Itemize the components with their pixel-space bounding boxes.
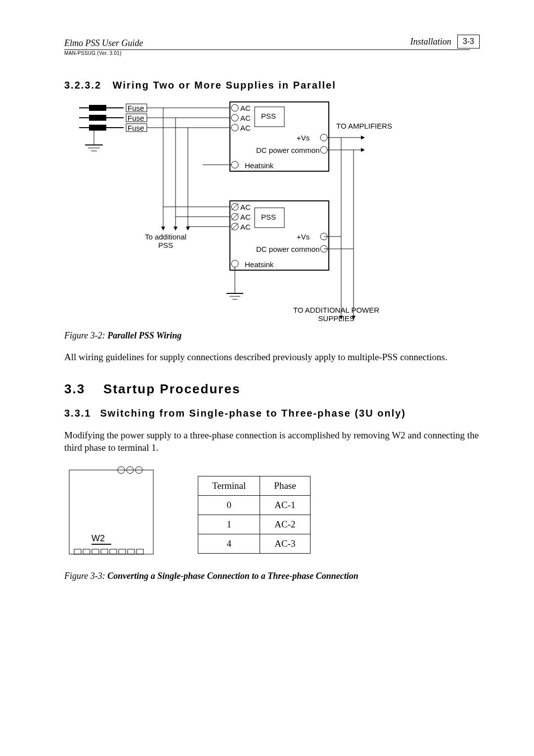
section-3-3-1-heading: 3.3.1 Switching from Single-phase to Thr… xyxy=(64,408,480,419)
section-name: Installation xyxy=(410,37,451,47)
section-number: 3.3 xyxy=(64,381,85,396)
phase-cell: AC-2 xyxy=(260,515,310,534)
svg-rect-66 xyxy=(92,549,99,554)
fuse-label: Fuse xyxy=(128,124,144,132)
figure-3-3-caption: Figure 3-3: Converting a Single-phase Co… xyxy=(64,571,480,581)
table-header-terminal: Terminal xyxy=(198,476,260,495)
svg-point-23 xyxy=(231,161,238,168)
svg-marker-36 xyxy=(174,227,178,231)
table-header-phase: Phase xyxy=(260,476,310,495)
terminal-cell: 0 xyxy=(198,495,260,515)
svg-rect-5 xyxy=(89,125,106,131)
to-amplifiers-label: TO AMPLIFIERS xyxy=(336,122,392,130)
w2-label: W2 xyxy=(91,533,105,544)
ac-label: AC xyxy=(240,223,251,231)
svg-rect-3 xyxy=(89,105,106,111)
phase-cell: AC-3 xyxy=(260,534,310,553)
svg-point-20 xyxy=(231,124,238,131)
ac-label: AC xyxy=(240,203,251,211)
table-row: 4 AC-3 xyxy=(198,534,311,553)
terminal-cell: 1 xyxy=(198,515,260,534)
to-additional-supplies-label: TO ADDITIONAL POWER SUPPLIES xyxy=(292,306,381,323)
vs-label: +Vs xyxy=(297,233,310,241)
section-title: Switching from Single-phase to Three-pha… xyxy=(100,408,406,419)
svg-rect-16 xyxy=(230,102,329,171)
caption-prefix: Figure 3-3: xyxy=(64,571,107,581)
to-additional-pss-label: To additional PSS xyxy=(138,233,193,249)
svg-marker-27 xyxy=(361,148,365,152)
section-3-3-heading: 3.3 Startup Procedures xyxy=(64,381,480,397)
dc-common-label: DC power common xyxy=(256,245,319,253)
table-row: 0 AC-1 xyxy=(198,495,311,515)
fuse-label: Fuse xyxy=(128,114,144,122)
table-row: 1 AC-2 xyxy=(198,515,311,534)
paragraph-1: All wiring guidelines for supply connect… xyxy=(64,351,480,364)
section-number: 3.3.1 xyxy=(64,408,91,419)
ac-label: AC xyxy=(240,213,251,221)
vs-label: +Vs xyxy=(297,134,310,142)
svg-rect-69 xyxy=(119,549,126,554)
svg-point-18 xyxy=(231,104,238,111)
svg-rect-65 xyxy=(83,549,90,554)
svg-point-19 xyxy=(231,114,238,121)
fuse-label: Fuse xyxy=(128,104,144,112)
svg-marker-35 xyxy=(161,227,165,231)
figure-3-3-area: W2 Terminal Phase 0 AC-1 1 AC-2 4 xyxy=(64,465,480,559)
svg-rect-70 xyxy=(128,549,134,554)
svg-point-21 xyxy=(320,134,327,141)
guide-title: Elmo PSS User Guide xyxy=(64,38,143,48)
svg-rect-59 xyxy=(69,470,153,554)
svg-rect-68 xyxy=(110,549,117,554)
svg-marker-37 xyxy=(186,227,190,231)
doc-ref: MAN-PSSUG (Ver. 3.01) xyxy=(64,50,480,56)
terminal-cell: 4 xyxy=(198,534,260,553)
section-3-2-3-2-heading: 3.2.3.2 Wiring Two or More Supplies in P… xyxy=(64,80,480,91)
ac-label: AC xyxy=(240,124,251,132)
paragraph-2: Modifying the power supply to a three-ph… xyxy=(64,429,480,454)
heatsink-label: Heatsink xyxy=(245,161,273,170)
figure-3-2-caption: Figure 3-2: Parallel PSS Wiring xyxy=(64,331,480,341)
svg-point-48 xyxy=(231,260,238,267)
svg-rect-64 xyxy=(74,549,81,554)
page-header: Elmo PSS User Guide Installation 3-3 xyxy=(64,35,480,48)
section-number: 3.2.3.2 xyxy=(64,80,101,91)
section-title: Wiring Two or More Supplies in Parallel xyxy=(113,80,336,91)
section-title: Startup Procedures xyxy=(103,381,240,396)
caption-bold: Parallel PSS Wiring xyxy=(107,331,181,340)
ac-label: AC xyxy=(240,104,251,112)
svg-rect-4 xyxy=(89,115,106,121)
heatsink-label: Heatsink xyxy=(245,260,273,269)
caption-prefix: Figure 3-2: xyxy=(64,331,107,340)
page-number: 3-3 xyxy=(457,35,480,48)
terminal-phase-table: Terminal Phase 0 AC-1 1 AC-2 4 AC-3 xyxy=(198,476,311,554)
figure-3-2: Fuse Fuse Fuse AC AC AC PSS TO AMPLIFIER… xyxy=(64,98,480,341)
dc-common-label: DC power common xyxy=(256,146,319,154)
ac-label: AC xyxy=(240,114,251,122)
svg-rect-41 xyxy=(230,201,329,270)
svg-point-22 xyxy=(320,146,327,153)
svg-marker-26 xyxy=(361,136,365,140)
caption-bold: Converting a Single-phase Connection to … xyxy=(107,571,358,581)
pss-label: PSS xyxy=(261,213,276,221)
svg-rect-71 xyxy=(136,549,143,554)
header-divider xyxy=(64,49,470,50)
svg-rect-67 xyxy=(101,549,108,554)
w2-diagram: W2 xyxy=(64,465,158,559)
phase-cell: AC-1 xyxy=(260,495,310,515)
pss-label: PSS xyxy=(261,112,276,120)
